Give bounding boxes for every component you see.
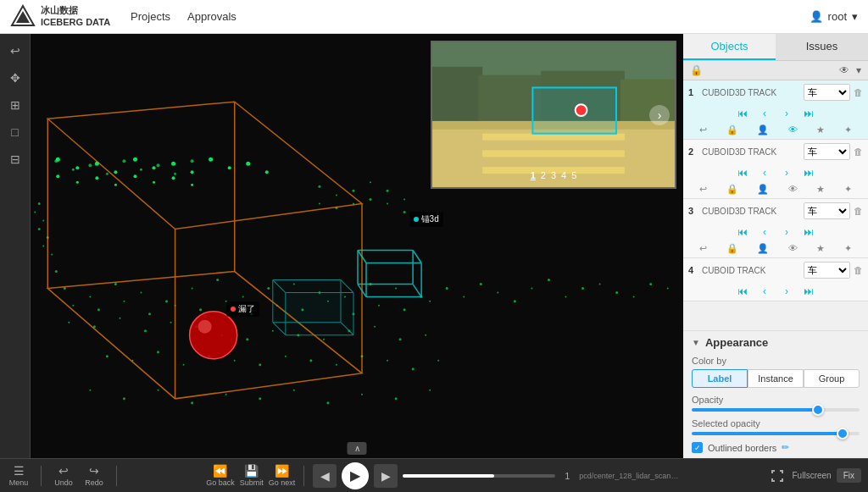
obj-user-icon-1[interactable]: 👤	[757, 124, 769, 135]
ctrl-last-1[interactable]: ⏭	[801, 106, 816, 121]
nav-projects[interactable]: Projects	[131, 10, 170, 23]
color-by-group-btn[interactable]: Group	[804, 369, 860, 388]
ctrl-prev-4[interactable]: ‹	[757, 284, 772, 299]
obj-misc-icon-2[interactable]: ✦	[844, 184, 852, 195]
play-btn[interactable]: ▶	[342, 462, 369, 489]
frame-label-3[interactable]: 3	[551, 170, 556, 180]
ctrl-first-4[interactable]: ⏮	[735, 284, 750, 299]
frame-label-1[interactable]: 1	[531, 170, 536, 180]
logo-area: 冰山数据 ICEBERG DATA	[10, 4, 110, 30]
obj-user-icon-3[interactable]: 👤	[757, 243, 769, 254]
frame-label-4[interactable]: 4	[561, 170, 566, 180]
obj-lock-icon-3[interactable]: 🔒	[726, 243, 738, 254]
object-delete-1[interactable]: 🗑	[854, 87, 863, 97]
color-by-label-btn[interactable]: Label	[692, 369, 748, 388]
obj-misc-icon-3[interactable]: ✦	[844, 243, 852, 254]
svg-point-156	[198, 320, 212, 334]
object-icons-row-3: ↩ 🔒 👤 👁 ★ ✦	[683, 241, 868, 257]
grid-tool-btn[interactable]: ⊞	[3, 93, 27, 117]
ctrl-last-2[interactable]: ⏭	[801, 165, 816, 180]
lock-header-icon[interactable]: 🔒	[690, 64, 703, 76]
obj-star-icon-3[interactable]: ★	[816, 243, 825, 254]
selected-opacity-thumb[interactable]	[837, 428, 849, 439]
obj-copy-icon-2[interactable]: ↩	[699, 184, 707, 195]
object-class-3[interactable]: 车	[804, 202, 850, 219]
frame-label-5[interactable]: 5	[571, 170, 576, 180]
frame-prev-btn[interactable]: ◀	[313, 464, 337, 488]
ctrl-next-3[interactable]: ›	[779, 224, 794, 240]
redo-icon: ↪	[89, 464, 99, 478]
frame-progress-fill	[403, 474, 494, 478]
ctrl-prev-2[interactable]: ‹	[757, 165, 772, 180]
svg-point-68	[667, 288, 669, 290]
color-by-instance-btn[interactable]: Instance	[748, 369, 804, 388]
dropdown-icon[interactable]: ▾	[852, 10, 858, 23]
eye-header-icon[interactable]: 👁	[839, 64, 849, 76]
ctrl-first-2[interactable]: ⏮	[735, 165, 750, 180]
obj-lock-icon-2[interactable]: 🔒	[726, 184, 738, 195]
selected-opacity-slider[interactable]	[692, 432, 860, 435]
opacity-thumb[interactable]	[812, 404, 824, 416]
undo-btn[interactable]: ↩ Undo	[52, 464, 75, 487]
outlined-borders-checkbox[interactable]: ✓	[692, 442, 703, 453]
undo-tool-btn[interactable]: ↩	[3, 39, 27, 63]
ctrl-next-2[interactable]: ›	[779, 165, 794, 180]
object-delete-4[interactable]: 🗑	[854, 265, 863, 275]
svg-point-135	[191, 184, 193, 186]
svg-point-106	[123, 397, 125, 400]
object-class-2[interactable]: 车	[804, 143, 850, 160]
object-num-1: 1	[688, 87, 698, 97]
fix-btn[interactable]: Fix	[837, 468, 861, 483]
annotation-label-anchor: 锚3d	[409, 212, 443, 227]
ctrl-last-3[interactable]: ⏭	[801, 224, 816, 240]
frame-label-2[interactable]: 2	[541, 170, 546, 180]
viewport-toggle[interactable]: ∧	[348, 442, 367, 455]
frame-next-btn[interactable]: ▶	[374, 464, 398, 488]
object-delete-2[interactable]: 🗑	[854, 146, 863, 157]
object-icons-row-1: ↩ 🔒 👤 👁 ★ ✦	[683, 123, 868, 139]
ctrl-prev-1[interactable]: ‹	[757, 106, 772, 121]
object-delete-3[interactable]: 🗑	[854, 206, 863, 216]
ctrl-first-3[interactable]: ⏮	[735, 224, 750, 240]
ctrl-last-4[interactable]: ⏭	[801, 284, 816, 299]
go-next-btn[interactable]: ⏩ Go next	[269, 464, 296, 487]
obj-user-icon-2[interactable]: 👤	[757, 184, 769, 195]
tab-issues[interactable]: Issues	[776, 34, 868, 60]
move-tool-btn[interactable]: ✥	[3, 66, 27, 90]
go-back-btn[interactable]: ⏪ Go back	[206, 464, 235, 487]
obj-copy-icon-1[interactable]: ↩	[699, 124, 707, 135]
outlined-borders-edit-icon[interactable]: ✏	[782, 442, 789, 453]
box-tool-btn[interactable]: □	[3, 120, 27, 144]
viewport[interactable]: 锚3d 漏了	[31, 34, 683, 458]
camera-nav-next[interactable]: ›	[649, 105, 670, 125]
obj-misc-icon-1[interactable]: ✦	[844, 124, 852, 135]
dropdown-header-icon[interactable]: ▾	[856, 64, 861, 76]
obj-star-icon-2[interactable]: ★	[816, 184, 825, 195]
obj-lock-icon-1[interactable]: 🔒	[726, 124, 738, 135]
nav-approvals[interactable]: Approvals	[187, 10, 236, 23]
obj-eye-icon-3[interactable]: 👁	[788, 243, 798, 254]
object-class-4[interactable]: 车	[804, 262, 850, 279]
menu-btn[interactable]: ☰ Menu	[7, 464, 31, 487]
redo-btn[interactable]: ↪ Redo	[82, 464, 106, 487]
svg-point-99	[309, 359, 312, 362]
ctrl-next-4[interactable]: ›	[779, 284, 794, 299]
menu-label: Menu	[9, 478, 29, 487]
appearance-header[interactable]: ▼ Appearance	[692, 336, 860, 349]
fullscreen-btn[interactable]	[767, 466, 787, 486]
frame-progress[interactable]	[403, 474, 555, 478]
svg-point-73	[106, 173, 108, 175]
obj-eye-icon-1[interactable]: 👁	[788, 124, 798, 135]
ctrl-prev-3[interactable]: ‹	[757, 224, 772, 240]
ctrl-next-1[interactable]: ›	[779, 106, 794, 121]
opacity-slider[interactable]	[692, 408, 860, 412]
tab-objects[interactable]: Objects	[683, 34, 776, 60]
object-class-1[interactable]: 车	[804, 84, 850, 101]
submit-btn[interactable]: 💾 Submit	[240, 464, 264, 487]
obj-star-icon-1[interactable]: ★	[816, 124, 825, 135]
layers-tool-btn[interactable]: ⊟	[3, 147, 27, 171]
obj-copy-icon-3[interactable]: ↩	[699, 243, 707, 254]
ctrl-first-1[interactable]: ⏮	[735, 106, 750, 121]
svg-point-109	[225, 394, 227, 395]
obj-eye-icon-2[interactable]: 👁	[788, 184, 798, 195]
